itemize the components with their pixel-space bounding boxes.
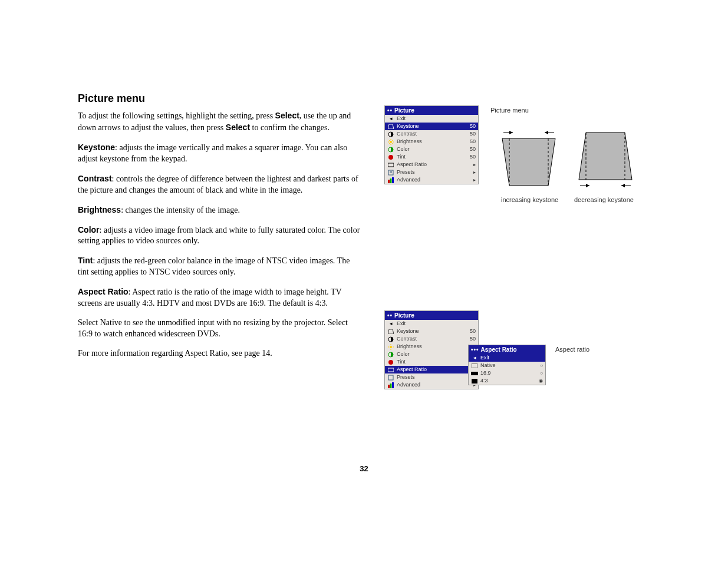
submenu-item-exit: ◂Exit [469,354,545,362]
svg-rect-43 [388,368,394,372]
menu-item-color: Color50 [385,351,478,358]
advanced-icon [387,177,394,183]
illustration-column: ••Picture ◂Exit Keystone50 Contrast50 Br… [384,91,657,368]
presets-icon [387,375,394,381]
picture-menu-screenshot-1: ••Picture ◂Exit Keystone50 Contrast50 Br… [384,105,479,184]
svg-line-7 [389,140,390,141]
submenu-arrow-icon: ▸ [471,161,476,168]
color-paragraph: Color: adjusts a video image from black … [78,224,361,247]
contrast-icon [387,336,394,342]
menu-item-brightness: Brightness50 [385,343,478,351]
svg-rect-19 [392,177,394,183]
svg-rect-44 [388,375,393,380]
svg-marker-30 [621,184,625,187]
intro-paragraph: To adjust the following settings, highli… [78,110,361,134]
menu-item-tint: Tint50 [385,358,478,366]
aspect-paragraph: Aspect Ratio: Aspect ratio is the ratio … [78,286,361,309]
svg-rect-46 [390,384,392,388]
svg-marker-23 [545,131,548,134]
heading: Picture menu [78,91,361,105]
menu-item-exit: ◂Exit [385,320,478,328]
keystone-icon [387,124,394,130]
svg-point-2 [390,141,392,143]
standard-icon [471,378,478,384]
aspect-ratio-submenu-screenshot: •••Aspect Ratio ◂Exit Native○ 16:9○ 4:3◉ [468,345,546,385]
radio-selected-icon: ◉ [538,377,543,385]
keystone-paragraph: Keystone: adjusts the image vertically a… [78,142,361,165]
tint-icon [387,154,394,160]
svg-rect-45 [388,385,390,388]
svg-line-8 [392,143,393,144]
tint-icon [387,359,394,365]
presets-icon [387,170,394,176]
svg-line-10 [389,143,390,144]
page-number: 32 [0,464,728,473]
color-icon [387,352,394,358]
menu-item-exit: ◂Exit [385,115,478,123]
caption-picture-menu: Picture menu [490,107,529,114]
native-icon [471,363,478,369]
menu-item-presets: Presets▸ [385,373,478,381]
caption-aspect-ratio: Aspect ratio [555,346,589,353]
menu-header: ••Picture [385,311,478,320]
wide-icon [471,371,478,376]
keystone-increase-diagram [496,127,561,194]
color-icon [387,147,394,153]
submenu-item-16-9: 16:9○ [469,369,545,377]
native-paragraph: Select Native to see the unmodified inpu… [78,318,361,340]
contrast-paragraph: Contrast: controls the degree of differe… [78,173,361,196]
svg-marker-31 [579,133,632,180]
svg-line-9 [392,140,393,141]
caption-increasing: increasing keystone [501,196,558,203]
radio-icon: ○ [538,362,543,369]
submenu-item-native: Native○ [469,362,545,369]
submenu-item-4-3: 4:3◉ [469,377,545,385]
svg-marker-34 [388,329,394,334]
keystone-icon [387,329,394,335]
menu-item-aspect: Aspect Ratio [385,366,478,373]
svg-marker-24 [502,138,555,186]
submenu-arrow-icon: ▸ [471,176,476,184]
menu-item-tint: Tint50 [385,153,478,161]
menu-item-contrast: Contrast50 [385,130,478,138]
brightness-icon [387,139,394,145]
caption-decreasing: decreasing keystone [574,196,634,203]
svg-rect-47 [392,382,394,388]
body-text-column: Picture menu To adjust the following set… [78,91,361,368]
svg-marker-28 [586,184,589,187]
svg-point-42 [388,360,393,365]
svg-point-12 [388,155,393,160]
menu-item-brightness: Brightness50 [385,138,478,146]
svg-marker-21 [509,131,513,134]
menu-item-aspect: Aspect Ratio▸ [385,161,478,168]
svg-marker-0 [388,124,394,129]
menu-header: ••Picture [385,106,478,115]
back-arrow-icon: ◂ [387,321,394,327]
aspect-ratio-icon [387,162,394,168]
tint-paragraph: Tint: adjusts the red-green color balanc… [78,255,361,278]
keystone-decrease-diagram [573,127,638,194]
menu-item-keystone: Keystone50 [385,328,478,335]
svg-rect-48 [472,363,477,368]
svg-point-36 [390,346,392,348]
picture-menu-screenshot-2: ••Picture ◂Exit Keystone50 Contrast50 Br… [384,310,479,389]
menu-item-advanced: Advanced▸ [385,381,478,389]
menu-item-advanced: Advanced▸ [385,176,478,184]
back-arrow-icon: ◂ [471,355,478,361]
back-arrow-icon: ◂ [387,116,394,122]
submenu-arrow-icon: ▸ [471,168,476,176]
svg-rect-13 [388,163,394,167]
svg-rect-50 [472,379,477,384]
contrast-icon [387,131,394,137]
brightness-icon [387,344,394,350]
menu-item-keystone: Keystone50 [385,123,478,130]
radio-icon: ○ [538,369,543,377]
advanced-icon [387,382,394,388]
svg-rect-49 [471,372,478,375]
aspect-ratio-icon [387,367,394,373]
brightness-paragraph: Brightness: changes the intensity of the… [78,204,361,216]
submenu-header: •••Aspect Ratio [469,345,545,354]
more-info-paragraph: For more information regarding Aspect Ra… [78,348,361,359]
svg-rect-17 [388,180,390,183]
menu-item-contrast: Contrast50 [385,335,478,343]
